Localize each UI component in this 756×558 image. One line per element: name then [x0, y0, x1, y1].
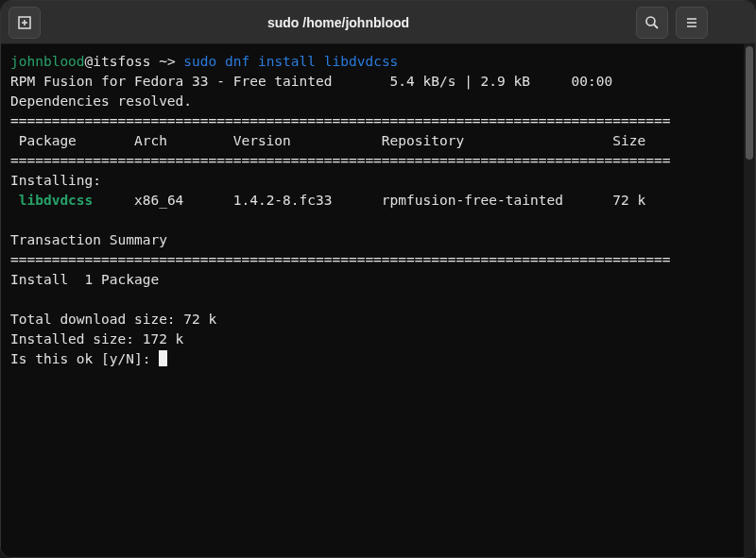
package-name: libdvdcss: [19, 193, 94, 208]
scrollbar-thumb[interactable]: [746, 46, 753, 160]
svg-line-9: [724, 14, 740, 30]
svg-line-4: [654, 25, 658, 28]
prompt-path: ~>: [159, 54, 175, 69]
repo-line: RPM Fusion for Fedora 33 - Free tainted …: [10, 74, 612, 89]
new-tab-button[interactable]: [9, 7, 41, 39]
close-button[interactable]: [715, 7, 747, 39]
command-rest: dnf install libdvdcss: [225, 54, 398, 69]
rule-bottom: ========================================…: [10, 252, 670, 267]
cursor: [159, 350, 167, 366]
titlebar: sudo /home/johnblood: [1, 1, 755, 44]
new-tab-icon: [17, 15, 32, 30]
svg-line-8: [724, 14, 740, 30]
package-details: x86_64 1.4.2-8.fc33 rpmfusion-free-taint…: [93, 193, 645, 208]
menu-button[interactable]: [676, 7, 708, 39]
content-wrap: johnblood@itsfoss ~> sudo dnf install li…: [1, 44, 755, 557]
command-sudo: sudo: [183, 54, 216, 69]
prompt-host: @itsfoss: [85, 54, 151, 69]
titlebar-right-buttons: [636, 7, 747, 39]
scrollbar[interactable]: [744, 44, 755, 557]
txn-summary-label: Transaction Summary: [10, 232, 167, 247]
terminal-content[interactable]: johnblood@itsfoss ~> sudo dnf install li…: [1, 44, 744, 557]
terminal-window: sudo /home/johnblood johnblood@itsfoss ~…: [0, 0, 756, 558]
prompt-user: johnblood: [10, 54, 85, 69]
confirm-prompt: Is this ok [y/N]:: [10, 351, 159, 366]
installed-size: Installed size: 172 k: [10, 331, 183, 347]
table-header: Package Arch Version Repository Size: [10, 133, 645, 148]
search-button[interactable]: [636, 7, 668, 39]
install-count: Install 1 Package: [10, 272, 159, 287]
hamburger-icon: [684, 15, 699, 30]
search-icon: [644, 15, 660, 30]
svg-point-3: [646, 17, 655, 25]
download-size: Total download size: 72 k: [10, 312, 216, 327]
deps-resolved: Dependencies resolved.: [10, 93, 192, 109]
window-title: sudo /home/johnblood: [48, 15, 628, 30]
installing-label: Installing:: [10, 173, 101, 188]
rule-top: ========================================…: [10, 113, 670, 128]
rule-mid: ========================================…: [10, 153, 670, 168]
close-icon: [715, 7, 747, 39]
